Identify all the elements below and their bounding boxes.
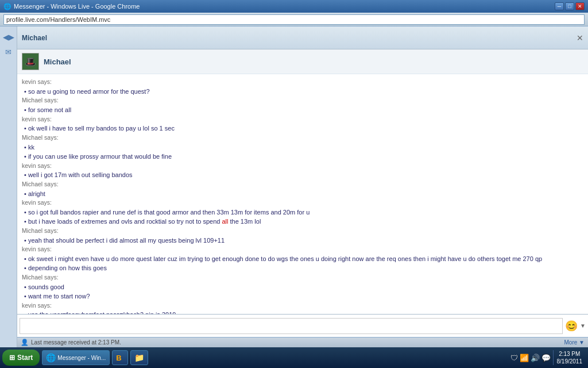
more-button[interactable]: More ▼ — [564, 339, 585, 346]
systray-chat-icon: 💬 — [541, 354, 551, 362]
taskbar-item-chrome[interactable]: 🌐 Messenger - Win... — [42, 350, 110, 365]
msg-8-1: yeah that should be perfect i did almost… — [22, 236, 583, 246]
status-bar: 👤 Last message received at 2:13 PM. More… — [17, 337, 588, 347]
systray-volume-icon: 🔊 — [531, 354, 540, 362]
clock-time: 2:13 PM — [557, 350, 583, 358]
emoji-dropdown-arrow[interactable]: ▼ — [580, 323, 586, 329]
message-group-3: kevin says: ok well i have to sell my ba… — [22, 115, 583, 133]
title-bar-left: 🌐 Messenger - Windows Live - Google Chro… — [3, 3, 140, 10]
sender-michael-5: Michael says: — [22, 273, 583, 282]
clock-date: 8/19/2011 — [557, 358, 583, 365]
maximize-button[interactable]: □ — [565, 2, 574, 10]
msg-1-1: so are u going to need armor for the que… — [22, 87, 583, 97]
contact-name: Michael — [44, 57, 71, 66]
b-app-icon: B — [116, 354, 121, 362]
message-group-9: kevin says: ok sweet i might even have u… — [22, 245, 583, 273]
sender-kevin-4: kevin says: — [22, 198, 583, 208]
message-group-8: Michael says: yeah that should be perfec… — [22, 227, 583, 245]
start-label: Start — [17, 354, 33, 362]
taskbar-item-b[interactable]: B — [112, 350, 128, 365]
messages-area: kevin says: so are u going to need armor… — [17, 74, 588, 314]
title-bar-controls: ─ □ ✕ — [555, 2, 585, 10]
status-left: 👤 Last message received at 2:13 PM. — [21, 339, 121, 346]
sender-kevin-2: kevin says: — [22, 115, 583, 124]
msg-4-1: kk — [22, 143, 583, 152]
status-person-icon: 👤 — [21, 339, 29, 346]
msg-6-1: alright — [22, 189, 583, 199]
chat-window: Michael ✕ 🎩 Michael kevin says: so are u… — [17, 26, 588, 347]
explorer-icon: 📁 — [134, 353, 144, 362]
taskbar: ⊞ Start 🌐 Messenger - Win... B 📁 🛡 📶 🔊 💬… — [0, 347, 588, 368]
emoji-button[interactable]: 😊 — [565, 320, 578, 332]
msg-4-2: if you can use like prossy armour that w… — [22, 152, 583, 162]
start-button[interactable]: ⊞ Start — [2, 350, 40, 366]
message-group-4: Michael says: kk if you can use like pro… — [22, 133, 583, 162]
contact-name-display: Michael — [22, 34, 47, 42]
sender-michael-3: Michael says: — [22, 180, 583, 189]
taskbar-item-explorer[interactable]: 📁 — [130, 350, 148, 365]
close-chat-button[interactable]: ✕ — [577, 33, 583, 43]
msg-10-2: want me to start now? — [22, 292, 583, 301]
sender-kevin-5: kevin says: — [22, 245, 583, 254]
avatar-icon: 🎩 — [25, 56, 36, 67]
taskbar-chrome-label: Messenger - Win... — [57, 355, 106, 361]
systray-security-icon: 🛡 — [510, 354, 518, 362]
close-button[interactable]: ✕ — [575, 2, 585, 10]
sender-kevin-6: kevin says: — [22, 301, 583, 310]
msg-5-1: well i got 17m with out selling bandos — [22, 170, 583, 180]
sender-kevin-3: kevin says: — [22, 162, 583, 171]
msg-7-2: but i have loads of extremes and ovls an… — [22, 217, 583, 227]
msg-10-1: sounds good — [22, 282, 583, 292]
msg-9-2: depending on how this goes — [22, 263, 583, 273]
msg-3-1: ok well i have to sell my bandos to pay … — [22, 124, 583, 133]
message-group-6: Michael says: alright — [22, 180, 583, 198]
nav-arrow-icon[interactable]: ◀▶ — [3, 31, 14, 43]
sender-michael-4: Michael says: — [22, 227, 583, 236]
minimize-button[interactable]: ─ — [555, 2, 564, 10]
address-bar — [0, 13, 588, 26]
title-bar: 🌐 Messenger - Windows Live - Google Chro… — [0, 0, 588, 13]
message-group-11: kevin says: yes the user=foogyhemfeet pa… — [22, 301, 583, 315]
window-title: Messenger - Windows Live - Google Chrome — [14, 3, 140, 10]
message-input[interactable] — [20, 318, 563, 334]
msg-2-1: for some not all — [22, 105, 583, 115]
mail-icon[interactable]: ✉ — [3, 46, 14, 57]
message-group-5: kevin says: well i got 17m with out sell… — [22, 162, 583, 180]
systray-network-icon: 📶 — [520, 354, 529, 362]
message-group-7: kevin says: so i got full bandos rapier … — [22, 198, 583, 227]
message-group-1: kevin says: so are u going to need armor… — [22, 78, 583, 96]
contact-header: Michael ✕ — [17, 26, 588, 49]
main-container: ◀▶ ✉ Michael ✕ 🎩 Michael kevin says: so … — [0, 26, 588, 347]
contact-header-left: Michael — [22, 34, 47, 42]
message-group-10: Michael says: sounds good want me to sta… — [22, 273, 583, 301]
start-windows-icon: ⊞ — [9, 354, 15, 362]
address-input[interactable] — [3, 14, 585, 25]
msg-7-1: so i got full bandos rapier and rune def… — [22, 208, 583, 217]
input-area: 😊 ▼ — [17, 314, 588, 337]
status-text: Last message received at 2:13 PM. — [31, 339, 121, 346]
systray: 🛡 📶 🔊 💬 2:13 PM 8/19/2011 — [507, 350, 586, 365]
systray-icons: 🛡 📶 🔊 💬 — [510, 354, 551, 362]
chrome-icon: 🌐 — [46, 353, 56, 362]
msg-11-1: yes the user=foogyhemfeet pass=kbach2 pi… — [22, 310, 583, 314]
browser-icon: 🌐 — [3, 3, 11, 10]
sender-michael-2: Michael says: — [22, 133, 583, 143]
msg-9-1: ok sweet i might even have u do more que… — [22, 254, 583, 264]
message-group-2: Michael says: for some not all — [22, 96, 583, 114]
sender-michael-1: Michael says: — [22, 96, 583, 105]
sidebar: ◀▶ ✉ — [0, 26, 17, 347]
clock: 2:13 PM 8/19/2011 — [553, 350, 583, 365]
avatar: 🎩 — [22, 53, 39, 70]
sender-kevin-1: kevin says: — [22, 78, 583, 87]
